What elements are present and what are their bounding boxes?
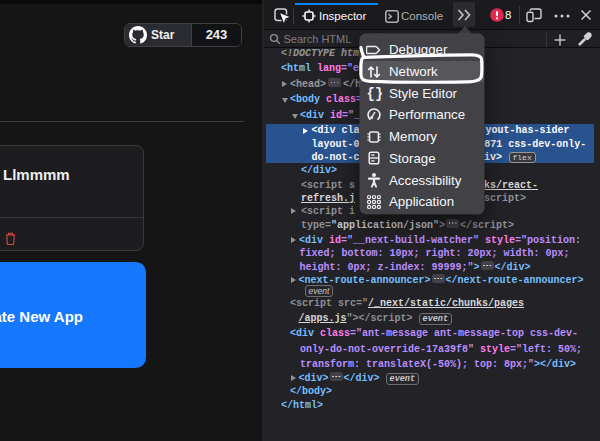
svg-text:{}: {} — [367, 86, 383, 101]
